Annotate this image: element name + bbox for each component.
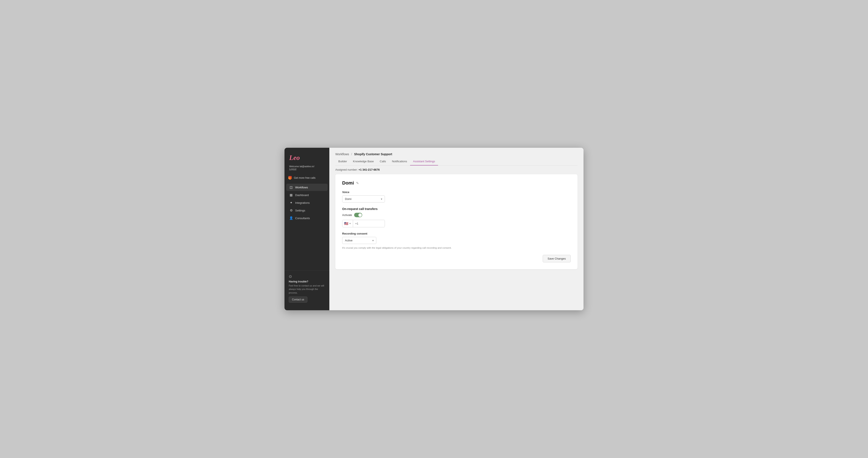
flag-emoji: 🇺🇸 [344, 222, 348, 226]
activate-row: Activate [342, 213, 571, 217]
save-btn-row: Save Changes [342, 255, 571, 262]
sidebar-support: ⊙ Having trouble? Feel free to contact u… [284, 270, 329, 306]
settings-card: Domi ✎ Voice Domi Aria Sarah Laura Charl… [335, 174, 578, 269]
toggle-knob [359, 213, 362, 217]
welcome-text: Welcome tal@askleo.io! [289, 165, 324, 168]
workflows-icon: ◫ [289, 185, 293, 189]
promo-label: Get more free calls [294, 176, 315, 179]
consent-note: It's crucial you comply with the legal o… [342, 246, 462, 250]
sidebar: Leo Welcome tal@askleo.io! Logout 🎁 Get … [284, 148, 329, 310]
call-transfers-title: On-request call transfers [342, 207, 571, 210]
nav-label-settings: Settings [295, 209, 305, 212]
assigned-number-row: Assigned number: +1 341-217-6676 [329, 166, 584, 174]
breadcrumb: Workflows / Shopify Customer Support [335, 152, 578, 156]
recording-consent-label: Recording consent [342, 232, 571, 235]
phone-number-input[interactable] [353, 221, 385, 227]
assigned-number-value: +1 341-217-6676 [359, 168, 379, 171]
logo-area: Leo [284, 154, 329, 164]
assistant-name-row: Domi ✎ [342, 180, 571, 186]
nav-label-workflows: Workflows [295, 186, 308, 189]
tab-assistant-settings[interactable]: Assistant Settings [410, 158, 438, 166]
tab-knowledge-base[interactable]: Knowledge Base [350, 158, 377, 166]
user-info: Welcome tal@askleo.io! Logout [284, 164, 329, 174]
edit-name-icon[interactable]: ✎ [356, 181, 359, 185]
contact-us-button[interactable]: Contact us [289, 296, 307, 303]
app-logo: Leo [289, 154, 324, 162]
logout-link[interactable]: Logout [289, 168, 324, 170]
tab-bar: Builder Knowledge Base Calls Notificatio… [335, 158, 578, 166]
voice-label: Voice [342, 191, 571, 194]
integrations-icon: ✦ [289, 201, 293, 205]
voice-select-wrapper: Domi Aria Sarah Laura Charlie George Cal… [342, 195, 385, 202]
recording-consent-select[interactable]: Active Inactive [342, 237, 376, 244]
main-content: Workflows / Shopify Customer Support Bui… [329, 148, 584, 310]
assistant-name: Domi [342, 180, 354, 186]
sidebar-item-consultants[interactable]: 👤 Consultants [286, 214, 328, 222]
breadcrumb-separator: / [351, 152, 352, 156]
topbar: Workflows / Shopify Customer Support Bui… [329, 148, 584, 166]
recording-consent-wrapper: Active Inactive ▼ [342, 237, 376, 244]
promo-item[interactable]: 🎁 Get more free calls [284, 174, 329, 184]
flag-dropdown-chevron-icon: ▼ [349, 222, 351, 225]
tab-calls[interactable]: Calls [377, 158, 389, 166]
support-text: Feel free to contact us and we will alwa… [289, 284, 325, 295]
breadcrumb-current: Shopify Customer Support [354, 152, 392, 156]
phone-input-row: 🇺🇸 ▼ [342, 220, 385, 227]
voice-select[interactable]: Domi Aria Sarah Laura Charlie George Cal… [342, 195, 385, 202]
content-area: Domi ✎ Voice Domi Aria Sarah Laura Charl… [329, 174, 584, 310]
save-changes-button[interactable]: Save Changes [543, 255, 571, 262]
tab-builder[interactable]: Builder [335, 158, 350, 166]
breadcrumb-parent[interactable]: Workflows [335, 152, 349, 156]
nav-label-integrations: Integrations [295, 201, 310, 204]
dashboard-icon: ▦ [289, 193, 293, 197]
gift-icon: 🎁 [288, 176, 292, 180]
sidebar-item-settings[interactable]: ⚙ Settings [286, 207, 328, 214]
sidebar-item-dashboard[interactable]: ▦ Dashboard [286, 191, 328, 199]
sidebar-item-integrations[interactable]: ✦ Integrations [286, 199, 328, 206]
assigned-number-label: Assigned number: [335, 168, 358, 171]
activate-label: Activate [342, 213, 352, 217]
flag-select[interactable]: 🇺🇸 ▼ [342, 220, 353, 227]
nav-label-consultants: Consultants [295, 217, 310, 220]
support-title: Having trouble? [289, 280, 325, 283]
activate-toggle[interactable] [354, 213, 362, 217]
support-icon: ⊙ [289, 274, 325, 279]
nav-label-dashboard: Dashboard [295, 194, 309, 197]
sidebar-item-workflows[interactable]: ◫ Workflows [286, 184, 328, 191]
tab-notifications[interactable]: Notifications [389, 158, 410, 166]
main-nav: ◫ Workflows ▦ Dashboard ✦ Integrations ⚙… [284, 184, 329, 268]
consultants-icon: 👤 [289, 216, 293, 220]
settings-icon: ⚙ [289, 208, 293, 212]
